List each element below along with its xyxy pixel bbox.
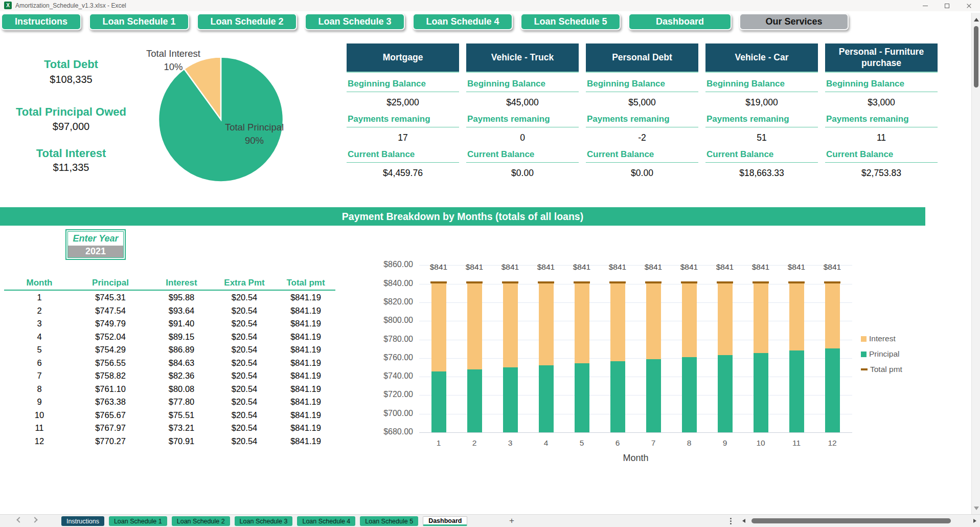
table-cell: 12 [4,435,75,448]
bar-interest [754,282,768,353]
total-pmt-marker [538,281,554,283]
vertical-scrollbar[interactable] [971,13,980,514]
card-divider [466,72,579,73]
y-tick-label: $740.00 [378,371,413,381]
loan-card-personal-debt: Personal DebtBeginning Balance$5,000Paym… [586,43,698,185]
sheet-tab-instructions[interactable]: Instructions [61,516,104,526]
add-sheet-button[interactable]: + [506,515,517,526]
column-header-principal: Principal [75,276,146,290]
vertical-scrollbar-thumb[interactable] [974,26,978,87]
legend-item-interest: Interest [861,334,896,343]
bar-principal [825,348,840,432]
total-pmt-marker [609,281,626,283]
y-tick-label: $780.00 [378,335,413,344]
card-label-beginning: Beginning Balance [466,79,579,92]
bar-interest [503,282,518,367]
bar-principal [431,371,446,432]
bar-interest [646,282,661,359]
nav-button-loan-schedule-4[interactable]: Loan Schedule 4 [413,13,513,30]
nav-button-loan-schedule-1[interactable]: Loan Schedule 1 [89,13,189,30]
sheet-nav-right-icon[interactable] [32,517,37,522]
nav-button-dashboard[interactable]: Dashboard [628,13,732,30]
sheet-tab-loan-schedule-3[interactable]: Loan Schedule 3 [235,516,293,526]
nav-button-loan-schedule-3[interactable]: Loan Schedule 3 [305,13,405,30]
x-axis-line [419,432,852,433]
sheet-nav-left-icon[interactable] [16,517,22,522]
total-debt-value: $108,335 [0,74,142,85]
tab-splitter-icon[interactable] [730,518,732,525]
sheet-tab-loan-schedule-2[interactable]: Loan Schedule 2 [172,516,230,526]
table-cell: $84.63 [146,357,217,370]
close-icon [966,3,972,9]
table-cell: 6 [4,357,75,370]
table-cell: $841.19 [272,409,339,422]
table-cell: $93.64 [146,304,217,318]
scroll-up-icon[interactable] [974,18,979,21]
table-cell: $758.82 [75,369,146,383]
y-tick-label: $700.00 [378,409,413,418]
table-cell: 7 [4,369,75,383]
minimize-button[interactable] [914,0,936,11]
total-pmt-marker [788,281,805,283]
table-cell: 2 [4,304,75,318]
loan-card-title: Vehicle - Truck [466,43,579,72]
card-value-current: $4,459.76 [347,168,459,179]
sheet-tab-dashboard[interactable]: Dashboard [423,516,467,526]
enter-year-input[interactable]: 2021 [68,246,123,257]
nav-button-loan-schedule-2[interactable]: Loan Schedule 2 [197,13,297,30]
bar-principal [682,357,697,432]
table-cell: $95.88 [146,291,217,304]
excel-logo-icon: X [4,2,12,9]
table-cell: $841.19 [272,396,339,409]
legend-label: Total pmt [870,365,902,374]
horizontal-scrollbar-thumb[interactable] [751,518,951,523]
table-cell: 5 [4,343,75,357]
card-label-payments: Payments remaning [586,114,698,127]
card-value-beginning: $3,000 [825,97,938,108]
close-button[interactable] [958,0,980,11]
card-label-current: Current Balance [705,149,818,163]
card-label-payments: Payments remaning [705,114,818,127]
bar-principal [503,367,518,432]
horizontal-scrollbar[interactable] [742,518,976,524]
nav-button-instructions[interactable]: Instructions [1,13,81,30]
bar-principal [575,363,589,432]
title-bar: X Amortization_Schedule_v1.3.xlsx - Exce… [0,0,980,11]
legend-item-principal: Principal [861,349,899,359]
loan-card-title: Personal - Furniture purchase [825,43,938,72]
card-divider [347,72,459,73]
nav-button-our-services[interactable]: Our Services [739,13,849,30]
table-cell: $82.36 [146,369,217,383]
total-pmt-marker [717,281,733,283]
total-interest-value: $11,335 [0,162,142,173]
card-divider [586,72,698,73]
table-cell: $70.91 [146,435,217,448]
restore-button[interactable] [936,0,958,11]
card-divider [705,72,818,73]
loan-card-title: Personal Debt [586,43,698,72]
sheet-tab-loan-schedule-1[interactable]: Loan Schedule 1 [109,516,167,526]
bar-data-label: $841 [531,262,561,272]
card-label-current: Current Balance [586,149,698,163]
legend-label: Interest [869,334,896,343]
loan-card-vehicle-truck: Vehicle - TruckBeginning Balance$45,000P… [466,43,579,185]
table-cell: $89.15 [146,331,217,344]
column-header-extra-pmt: Extra Pmt [217,276,272,290]
legend-item-total-pmt: Total pmt [861,365,902,374]
table-cell: $73.21 [146,422,217,435]
scroll-left-icon[interactable] [742,519,745,523]
scroll-right-icon[interactable] [973,519,976,523]
table-cell: $20.54 [217,317,272,331]
bar-data-label: $841 [495,262,526,272]
total-interest-label: Total Interest [0,147,142,160]
dashboard-nav: InstructionsLoan Schedule 1Loan Schedule… [0,11,980,32]
sheet-tab-loan-schedule-4[interactable]: Loan Schedule 4 [297,516,355,526]
card-label-current: Current Balance [347,149,459,163]
table-cell: 8 [4,383,75,396]
nav-button-loan-schedule-5[interactable]: Loan Schedule 5 [520,13,621,30]
table-cell: $761.10 [75,383,146,396]
table-cell: $80.08 [146,383,217,396]
month-table: 1$745.31$95.88$20.54$841.192$747.54$93.6… [4,291,335,448]
scroll-down-icon[interactable] [974,507,979,510]
sheet-tab-loan-schedule-5[interactable]: Loan Schedule 5 [360,516,418,526]
